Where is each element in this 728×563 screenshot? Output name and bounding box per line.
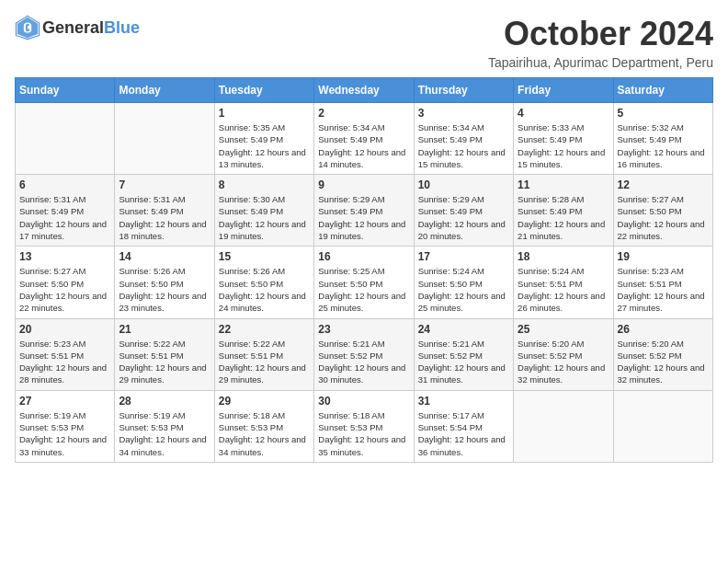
weekday-header-tuesday: Tuesday: [214, 78, 313, 103]
day-number: 8: [219, 178, 310, 191]
calendar-day-8: 8Sunrise: 5:30 AM Sunset: 5:49 PM Daylig…: [214, 175, 313, 247]
day-number: 9: [318, 178, 409, 191]
day-info: Sunrise: 5:24 AM Sunset: 5:50 PM Dayligh…: [418, 265, 509, 314]
calendar-day-17: 17Sunrise: 5:24 AM Sunset: 5:50 PM Dayli…: [414, 247, 513, 318]
day-info: Sunrise: 5:31 AM Sunset: 5:49 PM Dayligh…: [19, 193, 110, 242]
calendar-day-23: 23Sunrise: 5:21 AM Sunset: 5:52 PM Dayli…: [314, 318, 414, 390]
day-info: Sunrise: 5:29 AM Sunset: 5:49 PM Dayligh…: [418, 193, 509, 242]
day-number: 28: [119, 395, 210, 408]
calendar-day-empty: [613, 390, 712, 462]
calendar-week-row: 6Sunrise: 5:31 AM Sunset: 5:49 PM Daylig…: [16, 175, 713, 247]
day-number: 3: [418, 107, 509, 120]
day-number: 26: [618, 323, 709, 336]
day-number: 25: [518, 323, 609, 336]
day-number: 20: [19, 323, 110, 336]
calendar-day-empty: [115, 103, 214, 175]
day-info: Sunrise: 5:30 AM Sunset: 5:49 PM Dayligh…: [219, 193, 310, 242]
calendar-day-31: 31Sunrise: 5:17 AM Sunset: 5:54 PM Dayli…: [414, 390, 513, 462]
calendar-day-18: 18Sunrise: 5:24 AM Sunset: 5:51 PM Dayli…: [514, 247, 613, 318]
calendar-day-11: 11Sunrise: 5:28 AM Sunset: 5:49 PM Dayli…: [514, 175, 613, 247]
calendar-day-20: 20Sunrise: 5:23 AM Sunset: 5:51 PM Dayli…: [16, 318, 115, 390]
day-number: 13: [19, 250, 110, 263]
calendar-day-30: 30Sunrise: 5:18 AM Sunset: 5:53 PM Dayli…: [314, 390, 414, 462]
calendar-day-10: 10Sunrise: 5:29 AM Sunset: 5:49 PM Dayli…: [414, 175, 513, 247]
day-info: Sunrise: 5:26 AM Sunset: 5:50 PM Dayligh…: [219, 265, 310, 314]
calendar-day-7: 7Sunrise: 5:31 AM Sunset: 5:49 PM Daylig…: [115, 175, 214, 247]
logo-blue: Blue: [104, 18, 140, 37]
calendar-day-26: 26Sunrise: 5:20 AM Sunset: 5:52 PM Dayli…: [613, 318, 712, 390]
day-info: Sunrise: 5:29 AM Sunset: 5:49 PM Dayligh…: [318, 193, 409, 242]
weekday-header-thursday: Thursday: [414, 78, 513, 103]
calendar-day-14: 14Sunrise: 5:26 AM Sunset: 5:50 PM Dayli…: [115, 247, 214, 318]
day-info: Sunrise: 5:23 AM Sunset: 5:51 PM Dayligh…: [19, 338, 110, 386]
weekday-header-saturday: Saturday: [613, 78, 712, 103]
day-info: Sunrise: 5:22 AM Sunset: 5:51 PM Dayligh…: [219, 338, 310, 386]
day-info: Sunrise: 5:35 AM Sunset: 5:49 PM Dayligh…: [219, 121, 310, 170]
day-info: Sunrise: 5:19 AM Sunset: 5:53 PM Dayligh…: [19, 409, 110, 458]
calendar-day-6: 6Sunrise: 5:31 AM Sunset: 5:49 PM Daylig…: [16, 175, 115, 247]
day-number: 31: [418, 395, 509, 408]
calendar-day-19: 19Sunrise: 5:23 AM Sunset: 5:51 PM Dayli…: [613, 247, 712, 318]
day-info: Sunrise: 5:17 AM Sunset: 5:54 PM Dayligh…: [418, 409, 509, 458]
day-info: Sunrise: 5:18 AM Sunset: 5:53 PM Dayligh…: [219, 409, 310, 458]
calendar-week-row: 1Sunrise: 5:35 AM Sunset: 5:49 PM Daylig…: [16, 103, 713, 175]
weekday-header-sunday: Sunday: [16, 78, 115, 103]
calendar-table: SundayMondayTuesdayWednesdayThursdayFrid…: [15, 77, 713, 463]
calendar-day-1: 1Sunrise: 5:35 AM Sunset: 5:49 PM Daylig…: [214, 103, 313, 175]
month-title: October 2024: [488, 15, 713, 53]
page-header: GeneralBlue October 2024 Tapairihua, Apu…: [15, 15, 713, 70]
day-info: Sunrise: 5:20 AM Sunset: 5:52 PM Dayligh…: [518, 338, 609, 386]
day-number: 7: [119, 178, 210, 191]
day-number: 29: [219, 395, 310, 408]
day-number: 6: [19, 178, 110, 191]
day-info: Sunrise: 5:31 AM Sunset: 5:49 PM Dayligh…: [119, 193, 210, 242]
day-number: 19: [618, 250, 709, 263]
calendar-day-empty: [514, 390, 613, 462]
day-info: Sunrise: 5:34 AM Sunset: 5:49 PM Dayligh…: [418, 121, 509, 170]
calendar-day-9: 9Sunrise: 5:29 AM Sunset: 5:49 PM Daylig…: [314, 175, 414, 247]
calendar-week-row: 13Sunrise: 5:27 AM Sunset: 5:50 PM Dayli…: [16, 247, 713, 318]
day-info: Sunrise: 5:28 AM Sunset: 5:49 PM Dayligh…: [518, 193, 609, 242]
day-number: 11: [518, 178, 609, 191]
calendar-day-28: 28Sunrise: 5:19 AM Sunset: 5:53 PM Dayli…: [115, 390, 214, 462]
day-number: 17: [418, 250, 509, 263]
day-info: Sunrise: 5:27 AM Sunset: 5:50 PM Dayligh…: [19, 265, 110, 314]
day-number: 21: [119, 323, 210, 336]
calendar-day-27: 27Sunrise: 5:19 AM Sunset: 5:53 PM Dayli…: [16, 390, 115, 462]
day-info: Sunrise: 5:23 AM Sunset: 5:51 PM Dayligh…: [618, 265, 709, 314]
weekday-header-row: SundayMondayTuesdayWednesdayThursdayFrid…: [16, 78, 713, 103]
day-info: Sunrise: 5:34 AM Sunset: 5:49 PM Dayligh…: [318, 121, 409, 170]
day-info: Sunrise: 5:33 AM Sunset: 5:49 PM Dayligh…: [518, 121, 609, 170]
day-info: Sunrise: 5:32 AM Sunset: 5:49 PM Dayligh…: [618, 121, 709, 170]
weekday-header-monday: Monday: [115, 78, 214, 103]
calendar-day-24: 24Sunrise: 5:21 AM Sunset: 5:52 PM Dayli…: [414, 318, 513, 390]
day-number: 2: [318, 107, 409, 120]
day-info: Sunrise: 5:20 AM Sunset: 5:52 PM Dayligh…: [618, 338, 709, 386]
calendar-day-empty: [16, 103, 115, 175]
logo: GeneralBlue: [15, 15, 140, 40]
calendar-day-13: 13Sunrise: 5:27 AM Sunset: 5:50 PM Dayli…: [16, 247, 115, 318]
day-info: Sunrise: 5:26 AM Sunset: 5:50 PM Dayligh…: [119, 265, 210, 314]
calendar-day-21: 21Sunrise: 5:22 AM Sunset: 5:51 PM Dayli…: [115, 318, 214, 390]
day-number: 16: [318, 250, 409, 263]
calendar-day-4: 4Sunrise: 5:33 AM Sunset: 5:49 PM Daylig…: [514, 103, 613, 175]
day-info: Sunrise: 5:25 AM Sunset: 5:50 PM Dayligh…: [318, 265, 409, 314]
logo-icon: [15, 15, 40, 40]
day-number: 23: [318, 323, 409, 336]
day-info: Sunrise: 5:18 AM Sunset: 5:53 PM Dayligh…: [318, 409, 409, 458]
weekday-header-wednesday: Wednesday: [314, 78, 414, 103]
day-info: Sunrise: 5:27 AM Sunset: 5:50 PM Dayligh…: [618, 193, 709, 242]
calendar-day-2: 2Sunrise: 5:34 AM Sunset: 5:49 PM Daylig…: [314, 103, 414, 175]
calendar-week-row: 20Sunrise: 5:23 AM Sunset: 5:51 PM Dayli…: [16, 318, 713, 390]
day-number: 12: [618, 178, 709, 191]
location-subtitle: Tapairihua, Apurimac Department, Peru: [488, 55, 713, 70]
calendar-day-12: 12Sunrise: 5:27 AM Sunset: 5:50 PM Dayli…: [613, 175, 712, 247]
title-section: October 2024 Tapairihua, Apurimac Depart…: [488, 15, 713, 70]
day-info: Sunrise: 5:22 AM Sunset: 5:51 PM Dayligh…: [119, 338, 210, 386]
day-info: Sunrise: 5:19 AM Sunset: 5:53 PM Dayligh…: [119, 409, 210, 458]
day-info: Sunrise: 5:21 AM Sunset: 5:52 PM Dayligh…: [318, 338, 409, 386]
calendar-week-row: 27Sunrise: 5:19 AM Sunset: 5:53 PM Dayli…: [16, 390, 713, 462]
day-info: Sunrise: 5:21 AM Sunset: 5:52 PM Dayligh…: [418, 338, 509, 386]
logo-general: General: [42, 18, 104, 37]
calendar-day-15: 15Sunrise: 5:26 AM Sunset: 5:50 PM Dayli…: [214, 247, 313, 318]
